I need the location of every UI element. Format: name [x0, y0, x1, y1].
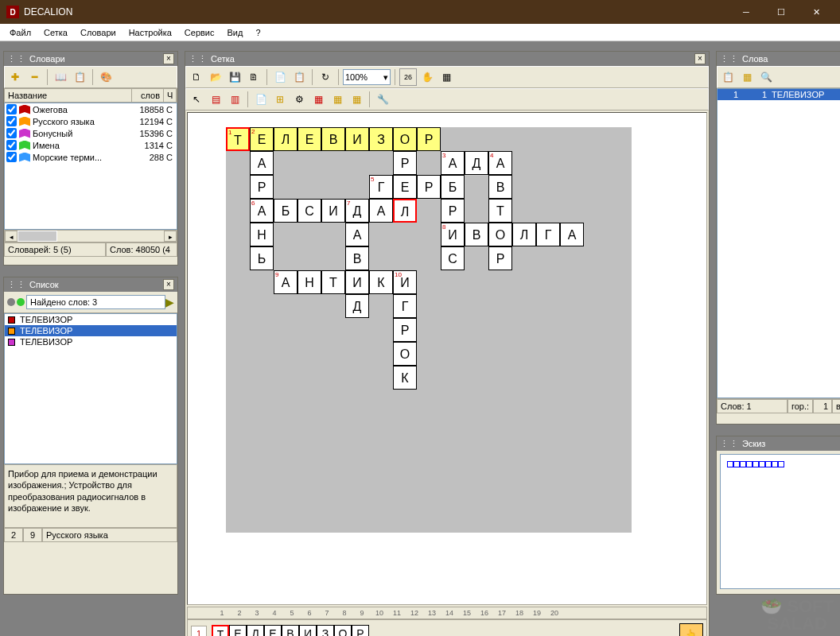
grid-cell[interactable] [417, 294, 441, 318]
grid-cell[interactable] [512, 509, 536, 533]
grid-cell[interactable] [560, 318, 584, 342]
grid-cell[interactable] [321, 485, 345, 509]
grid-cell[interactable] [274, 342, 298, 366]
grid-cell[interactable] [584, 509, 608, 533]
grid-cell[interactable] [274, 246, 298, 270]
grid-cell[interactable] [226, 390, 250, 413]
grid-cell[interactable] [584, 127, 608, 151]
grid-cell[interactable] [608, 509, 632, 533]
grid-cell[interactable]: 2Е [250, 127, 274, 151]
grid-cell[interactable]: Е [298, 127, 321, 151]
grid-cell[interactable] [584, 199, 608, 223]
grid-cell[interactable] [393, 246, 417, 270]
grid-cell[interactable] [488, 413, 512, 437]
grid-cell[interactable] [274, 485, 298, 509]
letter-cell[interactable]: Е [229, 625, 247, 636]
grid-cell[interactable] [560, 294, 584, 318]
grid-cell[interactable] [560, 366, 584, 390]
grid-cell[interactable] [512, 246, 536, 270]
refresh-icon[interactable]: ↻ [317, 68, 334, 86]
grid-cell[interactable] [441, 342, 465, 366]
grid-cell[interactable]: Т [321, 270, 345, 294]
grid-cell[interactable] [512, 366, 536, 390]
grid-cell[interactable] [417, 270, 441, 294]
grid-cell[interactable] [274, 294, 298, 318]
letter-cell[interactable]: И [299, 625, 317, 636]
grid-cell[interactable]: Р [417, 175, 441, 199]
grid-cell[interactable] [298, 175, 321, 199]
menu-item[interactable]: Вид [221, 25, 250, 40]
grid-cell[interactable]: 6А [250, 199, 274, 223]
grid-cell[interactable] [226, 270, 250, 294]
paint-icon[interactable]: 🎨 [97, 68, 115, 86]
grid-cell[interactable] [345, 342, 369, 366]
grid-cell[interactable] [274, 461, 298, 485]
grid-cell[interactable] [536, 151, 560, 175]
dict-list-header[interactable]: Название слов Ч [4, 88, 177, 103]
grid-cell[interactable] [345, 175, 369, 199]
grid-cell[interactable] [321, 413, 345, 437]
expand-icon[interactable]: ▶ [165, 296, 174, 308]
grid-cell[interactable] [584, 485, 608, 509]
grid-cell[interactable] [274, 318, 298, 342]
grid-cell[interactable] [512, 342, 536, 366]
grid-cell[interactable] [608, 390, 632, 413]
grid-cell[interactable]: В [488, 175, 512, 199]
found-word-item[interactable]: ТЕЛЕВИЗОР [5, 325, 177, 336]
grid-cell[interactable]: Р [417, 127, 441, 151]
blocks-icon[interactable]: ⊞ [271, 91, 289, 108]
grid-cell[interactable] [321, 318, 345, 342]
panel-close-icon[interactable]: × [163, 53, 174, 64]
number-icon[interactable]: 26 [399, 68, 417, 86]
grid-cell[interactable] [584, 390, 608, 413]
fill3-icon[interactable]: ▦ [348, 91, 365, 108]
grid-cell[interactable] [250, 294, 274, 318]
dict-row[interactable]: Бонусный15396С [5, 127, 177, 139]
grid-cell[interactable] [250, 485, 274, 509]
grid-cell[interactable] [488, 509, 512, 533]
grid-cell[interactable] [560, 413, 584, 437]
menu-item[interactable]: Сетка [37, 25, 74, 40]
grid-cell[interactable] [298, 246, 321, 270]
grid-cell[interactable] [298, 342, 321, 366]
grid-cell[interactable] [250, 318, 274, 342]
grid-cell[interactable]: И [321, 199, 345, 223]
grid-cell[interactable] [536, 437, 560, 461]
found-words-list[interactable]: ТЕЛЕВИЗОРТЕЛЕВИЗОРТЕЛЕВИЗОР [4, 313, 177, 464]
grid-cell[interactable] [345, 413, 369, 437]
maximize-button[interactable]: ☐ [764, 0, 799, 24]
grid-cell[interactable] [488, 294, 512, 318]
grid-cell[interactable]: Д [465, 151, 488, 175]
grid-cell[interactable] [560, 199, 584, 223]
grid-cell[interactable] [465, 461, 488, 485]
grid-cell[interactable] [441, 127, 465, 151]
dict-row[interactable]: Имена1314С [5, 139, 177, 151]
letter-cell[interactable]: Л [247, 625, 264, 636]
grid-cell[interactable] [417, 413, 441, 437]
dict-checkbox[interactable] [6, 140, 17, 150]
dict-row[interactable]: Ожегова18858С [5, 103, 177, 115]
grid-cell[interactable] [560, 127, 584, 151]
grid-cell[interactable]: А [560, 223, 584, 246]
grid-cell[interactable]: Л [274, 127, 298, 151]
grid-cell[interactable] [560, 246, 584, 270]
grid-cell[interactable] [441, 390, 465, 413]
grid-cell[interactable] [560, 485, 584, 509]
grid-cell[interactable] [512, 485, 536, 509]
minimize-button[interactable]: ─ [729, 0, 764, 24]
grid-cell[interactable] [393, 485, 417, 509]
grid-cell[interactable] [488, 318, 512, 342]
grid-cell[interactable] [369, 437, 393, 461]
list-icon[interactable]: 📋 [719, 68, 737, 86]
grid-cell[interactable] [417, 151, 441, 175]
grid-cell[interactable] [369, 318, 393, 342]
grid-cell[interactable] [274, 151, 298, 175]
grid-cell[interactable] [536, 175, 560, 199]
grid-cell[interactable]: О [488, 223, 512, 246]
grid-cell[interactable] [369, 390, 393, 413]
grid-cell[interactable] [321, 390, 345, 413]
grid-cell[interactable] [512, 437, 536, 461]
grid-cell[interactable]: Б [274, 199, 298, 223]
grid-cell[interactable] [226, 509, 250, 533]
grid-cell[interactable] [441, 413, 465, 437]
